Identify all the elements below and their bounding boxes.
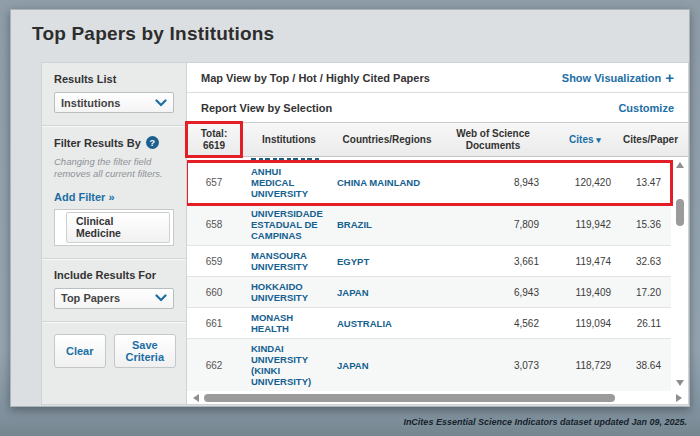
- column-header-cites-sort[interactable]: Cites ▾: [549, 132, 621, 148]
- include-results-section: Include Results For Top Papers: [42, 259, 186, 322]
- cites-per-paper-cell: 13.47: [621, 177, 671, 188]
- content-area: Results List Institutions Filter Results…: [41, 62, 689, 405]
- chevron-down-icon: [155, 292, 167, 304]
- institution-link[interactable]: ANHUI MEDICAL UNIVERSITY: [241, 166, 337, 199]
- rank-cell: 658: [187, 219, 241, 230]
- page-title: Top Papers by Institutions: [11, 10, 689, 45]
- table-body: 657 ANHUI MEDICAL UNIVERSITY CHINA MAINL…: [187, 157, 688, 391]
- documents-cell: 3,661: [437, 256, 549, 267]
- cites-cell: 119,474: [549, 256, 621, 267]
- results-list-dropdown[interactable]: Institutions: [54, 92, 174, 113]
- country-cell: JAPAN: [337, 360, 437, 371]
- results-list-section: Results List Institutions: [42, 63, 186, 126]
- country-cell: AUSTRALIA: [337, 318, 437, 329]
- table-row-657[interactable]: 657 ANHUI MEDICAL UNIVERSITY CHINA MAINL…: [187, 162, 671, 204]
- show-visualization-link[interactable]: Show Visualization +: [562, 72, 674, 84]
- table-rows: 657 ANHUI MEDICAL UNIVERSITY CHINA MAINL…: [187, 157, 671, 391]
- map-view-bar: Map View by Top / Hot / Highly Cited Pap…: [187, 63, 688, 93]
- cites-per-paper-cell: 26.11: [621, 318, 671, 329]
- documents-cell: 4,562: [437, 318, 549, 329]
- table-row-658[interactable]: 658 UNIVERSIDADE ESTADUAL DE CAMPINAS BR…: [187, 204, 671, 246]
- filter-results-label: Filter Results By ?: [54, 136, 174, 149]
- help-icon[interactable]: ?: [146, 136, 159, 149]
- horizontal-scroll-track[interactable]: [204, 394, 671, 402]
- country-cell: CHINA MAINLAND: [337, 177, 437, 188]
- filter-hint-text: Changing the filter field removes all cu…: [54, 156, 174, 181]
- filter-results-label-text: Filter Results By: [54, 137, 141, 149]
- clipped-row-remnant: [251, 158, 319, 161]
- documents-cell: 6,943: [437, 287, 549, 298]
- country-cell: EGYPT: [337, 256, 437, 267]
- map-view-title: Map View by Top / Hot / Highly Cited Pap…: [201, 72, 430, 84]
- scroll-down-icon[interactable]: [676, 380, 684, 386]
- institution-link[interactable]: MONASH HEALTH: [241, 312, 337, 334]
- table-row-661[interactable]: 661 MONASH HEALTH AUSTRALIA 4,562 119,09…: [187, 308, 671, 339]
- results-list-value: Institutions: [61, 97, 120, 109]
- documents-cell: 8,943: [437, 177, 549, 188]
- dataset-update-note: InCites Essential Science Indicators dat…: [403, 417, 687, 427]
- sidebar-buttons: Clear Save Criteria: [42, 322, 186, 380]
- total-count-cell: Total: 6619: [187, 123, 241, 156]
- scroll-right-icon[interactable]: [676, 394, 682, 402]
- show-visualization-label: Show Visualization: [562, 72, 661, 84]
- institution-link[interactable]: HOKKAIDO UNIVERSITY: [241, 281, 337, 303]
- filter-sidebar: Results List Institutions Filter Results…: [41, 62, 186, 405]
- table-header: Total: 6619 Institutions Countries/Regio…: [187, 122, 688, 157]
- rank-cell: 659: [187, 256, 241, 267]
- filter-tag-clinical-medicine[interactable]: Clinical Medicine: [66, 212, 170, 243]
- report-view-title: Report View by Selection: [201, 102, 332, 114]
- include-results-label: Include Results For: [54, 269, 174, 281]
- clear-button[interactable]: Clear: [54, 334, 106, 368]
- cites-per-paper-cell: 32.63: [621, 256, 671, 267]
- cites-per-paper-cell: 17.20: [621, 287, 671, 298]
- rank-cell: 662: [187, 360, 241, 371]
- report-panel: Map View by Top / Hot / Highly Cited Pap…: [186, 62, 689, 405]
- filter-section: Filter Results By ? Changing the filter …: [42, 126, 186, 259]
- report-view-bar: Report View by Selection Customize: [187, 93, 688, 122]
- scroll-left-icon[interactable]: [193, 394, 199, 402]
- column-header-institutions[interactable]: Institutions: [241, 132, 337, 148]
- include-results-value: Top Papers: [61, 292, 120, 304]
- results-list-label: Results List: [54, 73, 174, 85]
- rank-cell: 657: [187, 177, 241, 188]
- cites-cell: 119,942: [549, 219, 621, 230]
- include-results-dropdown[interactable]: Top Papers: [54, 288, 174, 309]
- cites-cell: 119,409: [549, 287, 621, 298]
- customize-link[interactable]: Customize: [618, 102, 674, 114]
- scroll-up-icon[interactable]: [676, 162, 684, 168]
- horizontal-scroll-thumb[interactable]: [204, 394, 615, 402]
- documents-cell: 3,073: [437, 360, 549, 371]
- country-cell: JAPAN: [337, 287, 437, 298]
- cites-cell: 118,729: [549, 360, 621, 371]
- column-header-countries[interactable]: Countries/Regions: [337, 132, 437, 148]
- active-filter-field[interactable]: Clinical Medicine: [54, 209, 174, 246]
- institution-link[interactable]: UNIVERSIDADE ESTADUAL DE CAMPINAS: [241, 208, 337, 241]
- cites-cell: 119,094: [549, 318, 621, 329]
- table-row-662[interactable]: 662 KINDAI UNIVERSITY (KINKI UNIVERSITY)…: [187, 339, 671, 391]
- cites-per-paper-cell: 15.36: [621, 219, 671, 230]
- rank-cell: 661: [187, 318, 241, 329]
- column-header-documents[interactable]: Web of Science Documents: [437, 126, 549, 153]
- table-row-660[interactable]: 660 HOKKAIDO UNIVERSITY JAPAN 6,943 119,…: [187, 277, 671, 308]
- documents-cell: 7,809: [437, 219, 549, 230]
- table-row-659[interactable]: 659 MANSOURA UNIVERSITY EGYPT 3,661 119,…: [187, 246, 671, 277]
- cites-label: Cites: [569, 134, 593, 145]
- horizontal-scrollbar[interactable]: [187, 391, 688, 404]
- cites-per-paper-cell: 38.64: [621, 360, 671, 371]
- institution-link[interactable]: MANSOURA UNIVERSITY: [241, 250, 337, 272]
- add-filter-link[interactable]: Add Filter »: [54, 191, 115, 203]
- plus-icon: +: [665, 73, 674, 83]
- cites-cell: 120,420: [549, 177, 621, 188]
- country-cell: BRAZIL: [337, 219, 437, 230]
- column-header-cites-per-paper[interactable]: Cites/Paper: [621, 132, 671, 148]
- rank-cell: 660: [187, 287, 241, 298]
- vertical-scrollbar[interactable]: [673, 159, 686, 389]
- total-value: 6619: [189, 140, 239, 152]
- institution-link[interactable]: KINDAI UNIVERSITY (KINKI UNIVERSITY): [241, 343, 337, 387]
- total-label: Total:: [189, 128, 239, 140]
- sort-descending-icon: ▾: [596, 135, 601, 145]
- vertical-scroll-thumb[interactable]: [676, 199, 684, 226]
- chevron-down-icon: [155, 97, 167, 109]
- esi-panel: Top Papers by Institutions Results List …: [10, 9, 690, 407]
- save-criteria-button[interactable]: Save Criteria: [114, 334, 177, 368]
